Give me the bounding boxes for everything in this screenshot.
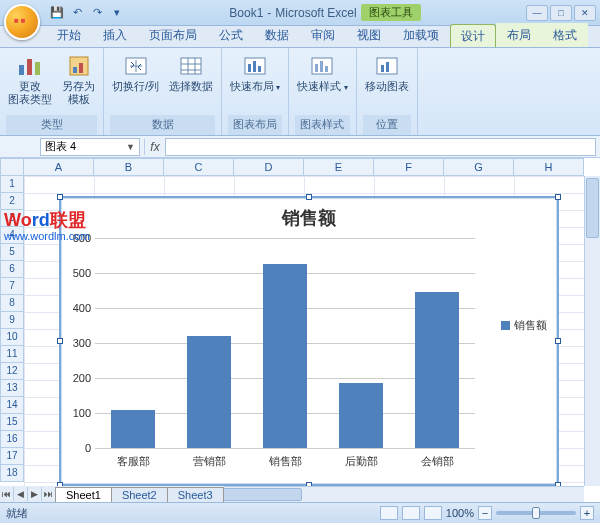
name-box-value: 图表 4 [45,139,76,154]
row-header-13[interactable]: 13 [0,380,24,397]
chart-legend[interactable]: 销售额 [501,318,547,333]
row-header-17[interactable]: 17 [0,448,24,465]
resize-handle[interactable] [57,338,63,344]
maximize-button[interactable]: □ [550,5,572,21]
resize-handle[interactable] [555,194,561,200]
embedded-chart[interactable]: 销售额 0100200300400500600客服部营销部销售部后勤部会销部 销… [59,196,559,486]
row-header-11[interactable]: 11 [0,346,24,363]
tab-公式[interactable]: 公式 [208,23,254,47]
minimize-button[interactable]: — [526,5,548,21]
tab-加载项[interactable]: 加载项 [392,23,450,47]
row-header-1[interactable]: 1 [0,176,24,193]
col-header-E[interactable]: E [304,158,374,176]
bar-客服部[interactable] [111,410,155,449]
sheet-nav-last[interactable]: ⏭ [42,487,56,501]
chart-title[interactable]: 销售额 [61,198,557,234]
col-header-H[interactable]: H [514,158,584,176]
tab-开始[interactable]: 开始 [46,23,92,47]
row-header-14[interactable]: 14 [0,397,24,414]
status-bar: 就绪 100% − + [0,502,600,523]
tab-布局[interactable]: 布局 [496,23,542,47]
row-header-16[interactable]: 16 [0,431,24,448]
tab-插入[interactable]: 插入 [92,23,138,47]
fx-button[interactable]: fx [145,140,165,154]
plot-area[interactable]: 0100200300400500600客服部营销部销售部后勤部会销部 [95,238,475,448]
col-header-G[interactable]: G [444,158,514,176]
zoom-out-button[interactable]: − [478,506,492,520]
tab-设计[interactable]: 设计 [450,24,496,47]
bar-营销部[interactable] [187,336,231,448]
move-icon [373,54,401,78]
bar-后勤部[interactable] [339,383,383,448]
y-tick-label: 500 [73,267,91,279]
quick-layout-button[interactable]: 快速布局 [228,52,282,95]
undo-icon[interactable]: ↶ [70,6,84,20]
x-tick-label: 营销部 [179,454,239,469]
app-name: Microsoft Excel [275,6,356,20]
row-header-8[interactable]: 8 [0,295,24,312]
sheet-nav-prev[interactable]: ◀ [14,487,28,501]
select-all-corner[interactable] [0,158,24,176]
name-box[interactable]: 图表 4 ▼ [40,138,140,156]
view-normal-button[interactable] [380,506,398,520]
zoom-slider[interactable] [496,511,576,515]
svg-rect-7 [181,58,201,74]
view-pagebreak-button[interactable] [424,506,442,520]
row-header-6[interactable]: 6 [0,261,24,278]
sheet-nav-first[interactable]: ⏮ [0,487,14,501]
change-chart-type-label: 更改 图表类型 [8,80,52,106]
tab-视图[interactable]: 视图 [346,23,392,47]
bar-会销部[interactable] [415,292,459,448]
resize-handle[interactable] [57,194,63,200]
resize-handle[interactable] [555,338,561,344]
horizontal-scrollbar[interactable] [180,486,584,502]
save-icon[interactable]: 💾 [50,6,64,20]
zoom-in-button[interactable]: + [580,506,594,520]
quick-styles-button[interactable]: 快速样式 [295,52,349,95]
tab-页面布局[interactable]: 页面布局 [138,23,208,47]
scroll-thumb[interactable] [586,178,599,238]
redo-icon[interactable]: ↷ [90,6,104,20]
move-chart-button[interactable]: 移动图表 [363,52,411,95]
save-as-template-button[interactable]: 另存为 模板 [60,52,97,108]
formula-bar: 图表 4 ▼ fx [0,136,600,158]
sheet-tabs: ⏮ ◀ ▶ ⏭ Sheet1Sheet2Sheet3 [0,486,224,502]
sheet-tab-Sheet1[interactable]: Sheet1 [55,487,112,502]
change-chart-type-button[interactable]: 更改 图表类型 [6,52,54,108]
qat-customize-icon[interactable]: ▾ [110,6,124,20]
switch-row-col-button[interactable]: 切换行/列 [110,52,161,95]
bar-销售部[interactable] [263,264,307,448]
col-header-B[interactable]: B [94,158,164,176]
tab-审阅[interactable]: 审阅 [300,23,346,47]
col-header-D[interactable]: D [234,158,304,176]
row-header-5[interactable]: 5 [0,244,24,261]
close-button[interactable]: ✕ [574,5,596,21]
select-data-button[interactable]: 选择数据 [167,52,215,95]
row-header-10[interactable]: 10 [0,329,24,346]
row-header-18[interactable]: 18 [0,465,24,482]
zoom-thumb[interactable] [532,507,540,519]
col-header-F[interactable]: F [374,158,444,176]
x-tick-label: 销售部 [255,454,315,469]
vertical-scrollbar[interactable] [584,176,600,486]
col-header-A[interactable]: A [24,158,94,176]
chevron-down-icon[interactable]: ▼ [126,142,135,152]
row-header-9[interactable]: 9 [0,312,24,329]
tab-格式[interactable]: 格式 [542,23,588,47]
y-tick-label: 0 [85,442,91,454]
formula-input[interactable] [165,138,596,156]
sheet-tab-Sheet3[interactable]: Sheet3 [167,487,224,502]
sheet-nav-next[interactable]: ▶ [28,487,42,501]
row-header-12[interactable]: 12 [0,363,24,380]
y-tick-label: 400 [73,302,91,314]
resize-handle[interactable] [306,194,312,200]
worksheet[interactable]: ABCDEFGH 123456789101112131415161718 销售额… [0,158,600,502]
cells[interactable]: 销售额 0100200300400500600客服部营销部销售部后勤部会销部 销… [24,176,584,486]
row-header-7[interactable]: 7 [0,278,24,295]
sheet-tab-Sheet2[interactable]: Sheet2 [111,487,168,502]
row-header-15[interactable]: 15 [0,414,24,431]
col-header-C[interactable]: C [164,158,234,176]
office-button[interactable] [4,4,40,40]
tab-数据[interactable]: 数据 [254,23,300,47]
view-layout-button[interactable] [402,506,420,520]
